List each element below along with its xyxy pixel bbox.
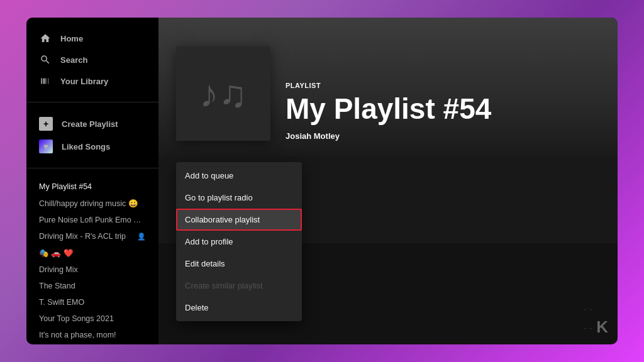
- playlist-owner: Josiah Motley: [286, 131, 600, 141]
- playlist-item-fight[interactable]: music to start a fight to: [34, 343, 151, 344]
- playlist-title: My Playlist #54: [286, 93, 600, 125]
- menu-item-edit-details[interactable]: Edit details: [176, 253, 302, 275]
- menu-item-add-to-queue[interactable]: Add to queue: [176, 165, 302, 187]
- app-window: Home Search Your Library: [26, 18, 618, 344]
- playlist-item-tswift[interactable]: T. Swift EMO: [34, 294, 151, 310]
- knowtechie-logo: · ·· · K: [585, 301, 608, 337]
- create-playlist-icon: +: [39, 117, 53, 131]
- liked-songs-label: Liked Songs: [62, 142, 110, 151]
- logo-letter: K: [596, 317, 608, 336]
- playlist-name: It's not a phase, mom!: [39, 331, 116, 339]
- sidebar-item-home[interactable]: Home: [34, 28, 151, 49]
- playlist-type: PLAYLIST: [286, 82, 600, 89]
- playlist-item-chill[interactable]: Chill/happy driving music 😀: [34, 195, 151, 212]
- playlist-info: PLAYLIST My Playlist #54 Josiah Motley: [286, 82, 600, 141]
- playlist-name: T. Swift EMO: [39, 298, 84, 307]
- menu-item-collaborative[interactable]: Collaborative playlist: [176, 209, 302, 231]
- playlist-name: Driving Mix - R's ACL trip: [39, 232, 126, 241]
- library-icon: [39, 75, 52, 87]
- sidebar: Home Search Your Library: [26, 18, 158, 344]
- menu-item-create-similar: Create similar playlist: [176, 275, 302, 297]
- menu-item-delete[interactable]: Delete: [176, 297, 302, 319]
- playlist-item-topsongs2021[interactable]: Your Top Songs 2021: [34, 310, 151, 327]
- playlist-name: Pure Noise Lofi Punk Emo Pop P...: [39, 216, 146, 224]
- sidebar-item-library[interactable]: Your Library: [34, 70, 151, 92]
- main-content: ♪♫ PLAYLIST My Playlist #54 Josiah Motle…: [158, 18, 618, 344]
- sidebar-divider-1: [26, 102, 158, 102]
- playlist-name: My Playlist #54: [39, 182, 92, 191]
- playlist-name: Chill/happy driving music 😀: [39, 199, 138, 208]
- playlist-controls-area: Add to queue Go to playlist radio Collab…: [158, 156, 618, 194]
- menu-item-add-to-profile[interactable]: Add to profile: [176, 231, 302, 253]
- liked-songs-icon: ♥: [39, 140, 53, 153]
- playlist-library: My Playlist #54 Chill/happy driving musi…: [26, 173, 158, 344]
- sidebar-actions: + Create Playlist ♥ Liked Songs: [26, 107, 158, 163]
- menu-item-go-to-radio[interactable]: Go to playlist radio: [176, 187, 302, 209]
- playlist-item-stand[interactable]: The Stand: [34, 278, 151, 294]
- home-icon: [39, 32, 52, 45]
- create-playlist-item[interactable]: + Create Playlist: [34, 112, 151, 135]
- playlist-name: Your Top Songs 2021: [39, 314, 114, 323]
- playlist-name: Driving Mix: [39, 265, 78, 274]
- playlist-hero: ♪♫ PLAYLIST My Playlist #54 Josiah Motle…: [158, 18, 618, 156]
- playlist-item-notaphase[interactable]: It's not a phase, mom!: [34, 327, 151, 343]
- playlist-item-drivingmix-acl[interactable]: Driving Mix - R's ACL trip 👤: [34, 228, 151, 244]
- playlist-item-purenoise[interactable]: Pure Noise Lofi Punk Emo Pop P...: [34, 212, 151, 228]
- library-label: Your Library: [60, 77, 108, 86]
- home-label: Home: [60, 34, 83, 43]
- sidebar-item-search[interactable]: Search: [34, 49, 151, 70]
- music-note-icon: ♪♫: [200, 72, 247, 116]
- playlist-name: 🎭 🚗 ❤️: [39, 248, 74, 258]
- playlist-item-my54[interactable]: My Playlist #54: [34, 178, 151, 195]
- create-playlist-label: Create Playlist: [62, 119, 118, 129]
- playlist-art: ♪♫: [176, 47, 270, 141]
- sidebar-nav: Home Search Your Library: [26, 18, 158, 97]
- playlist-item-emoji[interactable]: 🎭 🚗 ❤️: [34, 244, 151, 261]
- liked-songs-item[interactable]: ♥ Liked Songs: [34, 135, 151, 158]
- playlist-item-drivingmix[interactable]: Driving Mix: [34, 261, 151, 278]
- playlist-name: The Stand: [39, 282, 75, 290]
- search-icon: [39, 53, 52, 66]
- logo-dots: · ·· ·: [585, 307, 594, 332]
- search-label: Search: [60, 55, 87, 65]
- sidebar-divider-2: [26, 168, 158, 168]
- context-menu: Add to queue Go to playlist radio Collab…: [176, 162, 302, 321]
- collab-icon: 👤: [137, 233, 146, 241]
